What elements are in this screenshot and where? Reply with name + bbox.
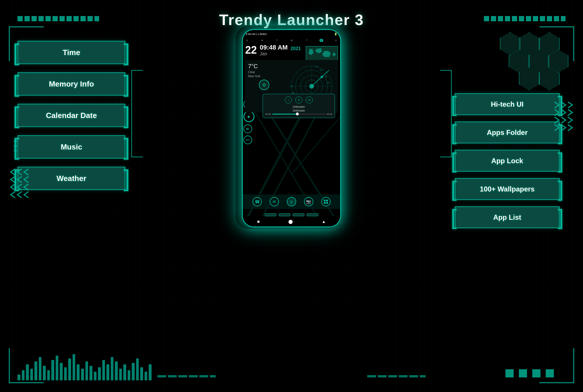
eq-bar-27 [132, 363, 135, 380]
phone-screen: 9:48 AM | 1.8KB/s 🔋 2021 SMTWTFS 22 09:4… [243, 30, 340, 226]
eq-bar-25 [123, 364, 126, 380]
page-dot-4[interactable] [546, 369, 554, 377]
cal-day-T[interactable]: T [275, 39, 279, 42]
cal-day-W[interactable]: W [289, 39, 294, 42]
dock-browser[interactable]: ◎ [287, 197, 296, 206]
phone-right-bracket [440, 70, 452, 157]
svg-line-3 [254, 111, 323, 226]
cal-day-F[interactable]: F [319, 39, 323, 42]
phone-navbar: ■ ⬤ ▲ [243, 216, 340, 226]
right-btn-app_list[interactable]: App List [455, 206, 560, 228]
nav-pill-3[interactable] [293, 213, 304, 216]
left-btn-weather[interactable]: Weather [17, 167, 125, 190]
svg-rect-23 [326, 200, 328, 201]
progress-dot [296, 112, 299, 115]
left-btn-music[interactable]: Music [17, 135, 125, 159]
dock-grid[interactable] [321, 197, 331, 206]
eq-bar-29 [140, 367, 143, 380]
page-dot-2[interactable] [519, 369, 527, 377]
eq-bar-17 [89, 366, 92, 380]
page-dot-1[interactable] [505, 369, 514, 377]
bottom-deco-right [367, 375, 426, 377]
playlist-btn[interactable]: ≡+ [243, 136, 252, 144]
right-panel: Hi-tech UIApps FolderApp Lock100+ Wallpa… [455, 93, 566, 235]
progress-fill [272, 114, 296, 115]
svg-text:60: 60 [327, 81, 330, 84]
nav-circle[interactable]: ⬤ [288, 219, 293, 224]
eq-bar-24 [119, 369, 122, 380]
right-chevrons [552, 102, 571, 132]
eq-bar-30 [145, 372, 147, 380]
year-label: 2021 [290, 46, 301, 51]
music-track: Unknown [265, 105, 332, 108]
nav-pill-1[interactable] [265, 213, 276, 216]
music-player-wrapper: ♪ ↻ ⇌ Unknown Unknown 00:00 00:00 [260, 93, 337, 119]
svg-rect-22 [324, 200, 326, 201]
eq-bar-16 [85, 361, 88, 380]
svg-rect-25 [326, 202, 328, 204]
eq-bar-9 [56, 356, 59, 380]
right-btn-wallpapers[interactable]: 100+ Wallpapers [455, 178, 560, 200]
settings-area: ⚙ [259, 80, 269, 90]
phone-mockup: 9:48 AM | 1.8KB/s 🔋 2021 SMTWTFS 22 09:4… [242, 29, 341, 227]
left-btn-calendar_date[interactable]: Calendar Date [17, 104, 125, 127]
eq-bar-13 [73, 354, 75, 380]
progress-bar[interactable] [272, 114, 325, 115]
dock-sms[interactable]: ✉ [270, 197, 279, 206]
nav-pill-2[interactable] [279, 213, 290, 216]
left-btn-time[interactable]: Time [17, 41, 125, 64]
right-btn-apps_folder[interactable]: Apps Folder [455, 122, 560, 143]
phone-left-bracket [131, 70, 143, 157]
eq-bar-31 [149, 364, 152, 380]
eq-bar-12 [68, 358, 71, 380]
eq-bar-20 [102, 360, 105, 380]
weather-city: New York [248, 75, 260, 78]
music-repeat-icon[interactable]: ↻ [295, 96, 302, 103]
corner-br [539, 348, 574, 383]
eq-bar-26 [128, 370, 131, 380]
music-shuffle-icon[interactable]: ⇌ [306, 96, 313, 103]
cal-day-T[interactable]: T [305, 39, 309, 42]
left-dots [14, 140, 17, 152]
cal-day-S[interactable]: S [334, 39, 338, 42]
cal-day-S[interactable]: S [245, 39, 249, 42]
eq-bar-14 [77, 364, 80, 380]
next-btn[interactable]: ⏭ [243, 124, 252, 133]
music-progress: 00:00 00:00 [265, 113, 332, 115]
eq-bar-2 [26, 364, 29, 380]
svg-text:45: 45 [325, 75, 327, 78]
status-bar: 9:48 AM | 1.8KB/s 🔋 [243, 30, 340, 38]
right-btn-app_lock[interactable]: App Lock [455, 150, 560, 172]
eq-bar-28 [136, 358, 139, 380]
svg-text:15: 15 [315, 65, 318, 68]
phone-container: 9:48 AM | 1.8KB/s 🔋 2021 SMTWTFS 22 09:4… [239, 29, 344, 227]
settings-icon[interactable]: ⚙ [259, 80, 269, 90]
svg-text:30: 30 [320, 69, 322, 72]
svg-line-4 [292, 117, 340, 174]
cal-day-M[interactable]: M [260, 39, 264, 42]
page-dot-3[interactable] [532, 369, 540, 377]
time-start: 00:00 [265, 113, 271, 115]
eq-bar-3 [30, 369, 33, 380]
nav-pill-4[interactable] [307, 213, 318, 216]
nav-pills [265, 213, 318, 216]
svg-rect-24 [324, 202, 326, 204]
pagination [505, 369, 554, 377]
status-icons: 🔋 [334, 33, 337, 36]
weather-condition: Clear [248, 71, 255, 74]
music-note-icon: ♪ [285, 96, 292, 103]
nav-square[interactable]: ■ [257, 219, 259, 224]
play-btn[interactable]: ▶ [243, 111, 254, 122]
svg-point-15 [321, 76, 323, 78]
eq-bar-7 [47, 370, 50, 380]
dock-phone[interactable]: ☎ [252, 197, 262, 206]
eq-bar-4 [34, 361, 37, 380]
eq-bar-15 [81, 369, 84, 380]
left-btn-memory_info[interactable]: Memory Info [17, 72, 125, 96]
nav-triangle[interactable]: ▲ [322, 219, 326, 224]
left-panel: TimeMemory InfoCalendar DateMusicWeather [17, 41, 134, 198]
calendar-row: SMTWTFS [243, 38, 340, 43]
hex-grid [466, 29, 560, 105]
dock-camera[interactable]: 📷 [304, 197, 313, 206]
svg-line-14 [312, 70, 329, 86]
